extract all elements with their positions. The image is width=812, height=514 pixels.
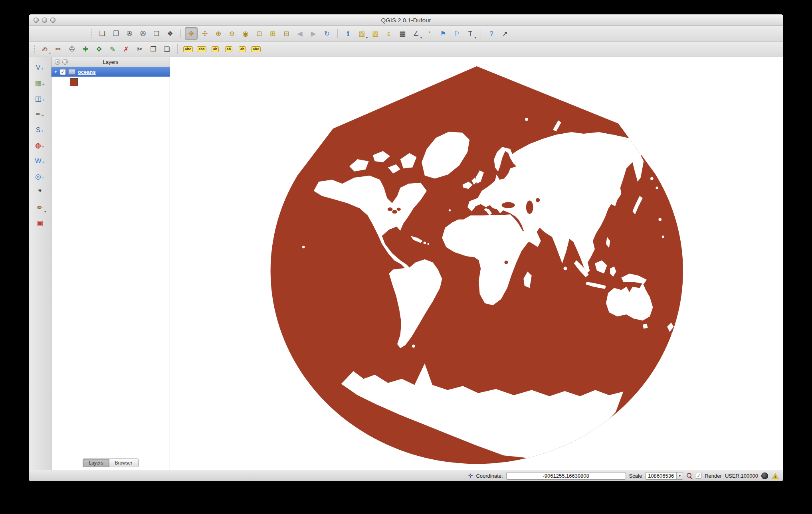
identify-features-icon: ℹ bbox=[347, 30, 349, 37]
open-project-button[interactable]: ❐ bbox=[109, 27, 122, 40]
label-add-button[interactable]: abc bbox=[195, 43, 208, 55]
layer-item-oceans[interactable]: ▼ ✓ oceans bbox=[51, 67, 170, 77]
zoom-button[interactable] bbox=[50, 18, 55, 23]
minimize-button[interactable] bbox=[42, 18, 47, 23]
render-checkbox[interactable]: ✓ bbox=[696, 473, 701, 478]
add-feature-button[interactable]: ✚ bbox=[79, 43, 92, 55]
delete-selected-button[interactable]: ✗ bbox=[120, 43, 133, 55]
paste-features-button[interactable]: ❑ bbox=[160, 43, 173, 55]
composer-manager-button[interactable]: ❖ bbox=[164, 27, 176, 40]
zoom-actual-size-button[interactable]: ◉ bbox=[239, 27, 252, 40]
new-print-composer-button[interactable]: ❒ bbox=[150, 27, 163, 40]
landmass-canary bbox=[449, 209, 451, 211]
labeling-button[interactable]: abc bbox=[182, 43, 194, 55]
add-spatialite-layer-button[interactable]: ✒₊ bbox=[34, 108, 46, 121]
whats-this-button[interactable]: ➚ bbox=[499, 27, 511, 40]
tab-layers[interactable]: Layers bbox=[83, 459, 109, 467]
scale-combo[interactable]: 108606536 ▾ bbox=[645, 472, 683, 480]
move-feature-button[interactable]: ✥ bbox=[93, 43, 105, 55]
node-tool-button[interactable]: ✎ bbox=[106, 43, 119, 55]
zoom-full-button[interactable]: ⊡ bbox=[253, 27, 265, 40]
chevron-down-icon[interactable]: ▾ bbox=[676, 472, 683, 479]
label-move-button[interactable]: ab bbox=[222, 43, 235, 55]
layers-panel-body: ▼ ✓ oceans bbox=[51, 67, 170, 470]
toolbar-drag-handle[interactable] bbox=[34, 45, 35, 53]
lake-victoria bbox=[505, 261, 508, 264]
new-project-button[interactable]: ❏ bbox=[96, 27, 109, 40]
landmass-pacific-island-2 bbox=[658, 218, 661, 221]
new-shapefile-layer-icon: ✏ bbox=[37, 204, 43, 211]
cut-features-icon: ✂ bbox=[137, 46, 143, 53]
scale-value[interactable]: 108606536 bbox=[646, 472, 676, 479]
zoom-last-button[interactable]: ◀ bbox=[293, 27, 306, 40]
crs-projector-icon[interactable] bbox=[761, 472, 768, 479]
map-svg[interactable] bbox=[170, 57, 783, 470]
new-bookmark-button[interactable]: ⚑ bbox=[437, 27, 450, 40]
add-wfs-layer-button[interactable]: ◎₊ bbox=[34, 170, 46, 183]
show-bookmarks-button[interactable]: ⚐ bbox=[450, 27, 463, 40]
panel-close-icon[interactable]: ✕ bbox=[55, 59, 60, 65]
magnifier-icon[interactable] bbox=[686, 472, 693, 479]
measure-line-button[interactable]: ∠ ▾ bbox=[410, 27, 422, 40]
map-tips-button[interactable]: ❛ bbox=[423, 27, 436, 40]
new-shapefile-layer-button[interactable]: ✏ ▾ bbox=[34, 201, 46, 214]
messages-warning-icon[interactable]: ! bbox=[771, 472, 779, 479]
toolbar-separator bbox=[177, 44, 178, 54]
toggle-editing-button[interactable]: ✏ bbox=[52, 43, 65, 55]
label-pin-button[interactable]: ab bbox=[209, 43, 222, 55]
coordinate-input[interactable]: -9061255,16639808 bbox=[506, 472, 626, 480]
new-spatialite-layer-button[interactable]: ▣ bbox=[34, 217, 46, 229]
toolbar-drag-handle[interactable] bbox=[91, 29, 92, 38]
save-project-button[interactable]: ✇ bbox=[123, 27, 136, 40]
status-bar: ✛ Coordinate: -9061255,16639808 Scale 10… bbox=[29, 470, 783, 481]
landmass-pacific-island-1 bbox=[302, 246, 305, 248]
layer-color-swatch[interactable] bbox=[70, 78, 78, 86]
add-mssql-layer-button[interactable]: S₊ bbox=[34, 123, 46, 136]
add-vector-layer-button[interactable]: V₊ bbox=[34, 61, 46, 74]
text-annotation-icon: T bbox=[468, 30, 472, 37]
label-pin-icon: ab bbox=[212, 46, 219, 52]
great-lake-2 bbox=[392, 210, 397, 214]
layer-visibility-checkbox[interactable]: ✓ bbox=[60, 69, 66, 75]
add-oracle-layer-button[interactable]: ◍₊ bbox=[34, 139, 46, 152]
dropdown-arrow-icon: ▾ bbox=[420, 36, 422, 40]
pan-map-to-selection-button[interactable]: ✣ bbox=[198, 27, 211, 40]
pan-map-button[interactable]: ✥ bbox=[185, 27, 198, 40]
add-delimited-text-layer-button[interactable]: ❞ bbox=[34, 186, 46, 198]
add-postgis-layer-button[interactable]: ◫₊ bbox=[34, 92, 46, 105]
current-edits-button[interactable]: ✍ ▾ bbox=[38, 43, 51, 55]
select-features-button[interactable]: ▨ ▾ bbox=[355, 27, 368, 40]
zoom-to-layer-button[interactable]: ⊟ bbox=[280, 27, 293, 40]
pan-map-icon: ✥ bbox=[188, 30, 194, 37]
identify-features-button[interactable]: ℹ bbox=[342, 27, 355, 40]
close-button[interactable] bbox=[34, 18, 39, 23]
open-attribute-table-button[interactable]: ▦ bbox=[396, 27, 409, 40]
toggle-editing-icon: ✏ bbox=[55, 46, 61, 53]
layer-name[interactable]: oceans bbox=[78, 69, 96, 75]
copy-features-button[interactable]: ❐ bbox=[147, 43, 160, 55]
zoom-out-button[interactable]: ⊖ bbox=[226, 27, 238, 40]
text-annotation-button[interactable]: T ▾ bbox=[464, 27, 477, 40]
panel-float-icon[interactable]: ❒ bbox=[62, 59, 68, 65]
add-raster-layer-button[interactable]: ▦₊ bbox=[34, 77, 46, 89]
crs-status-text[interactable]: USER:100000 bbox=[725, 473, 758, 479]
landmass-falklands bbox=[412, 344, 415, 348]
map-canvas[interactable] bbox=[170, 57, 783, 470]
save-layer-edits-button[interactable]: ✇ bbox=[65, 43, 78, 55]
label-properties-button[interactable]: abc bbox=[250, 43, 262, 55]
deselect-features-button[interactable]: ▧ bbox=[369, 27, 382, 40]
zoom-in-button[interactable]: ⊕ bbox=[212, 27, 225, 40]
zoom-to-selection-button[interactable]: ⊞ bbox=[266, 27, 279, 40]
tab-browser[interactable]: Browser bbox=[109, 459, 139, 467]
cut-features-button[interactable]: ✂ bbox=[133, 43, 146, 55]
label-rotate-button[interactable]: ab bbox=[236, 43, 249, 55]
zoom-next-button[interactable]: ▶ bbox=[307, 27, 320, 40]
add-wms-layer-button[interactable]: W₊ bbox=[34, 154, 46, 167]
copy-features-icon: ❐ bbox=[150, 46, 156, 53]
layer-expand-icon[interactable]: ▼ bbox=[54, 70, 57, 74]
save-project-as-button[interactable]: ✇ bbox=[137, 27, 149, 40]
help-contents-button[interactable]: ? bbox=[485, 27, 498, 40]
select-by-expression-button[interactable]: ε bbox=[382, 27, 395, 40]
map-refresh-button[interactable]: ↻ bbox=[321, 27, 333, 40]
mouse-position-icon[interactable]: ✛ bbox=[468, 473, 473, 478]
